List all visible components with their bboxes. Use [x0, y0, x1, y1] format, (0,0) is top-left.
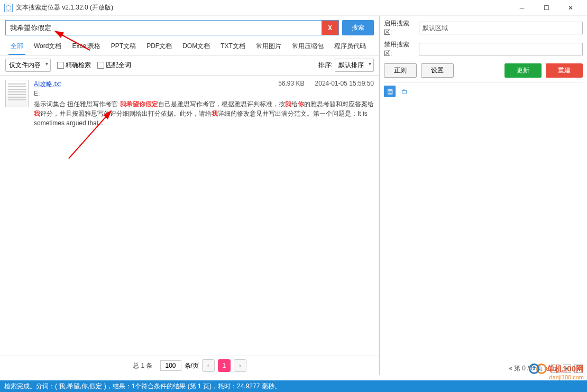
window-controls: ─ ☐ ✕: [510, 0, 583, 16]
preview-mode-text-icon[interactable]: ▤: [384, 86, 396, 97]
clear-search-button[interactable]: X: [322, 21, 338, 35]
search-input[interactable]: [6, 21, 322, 35]
disable-zone-input[interactable]: [419, 43, 583, 55]
pager-total: 总 1 条: [133, 361, 152, 370]
preview-page-indicator: « 第 0 / 0 页 »: [509, 364, 548, 373]
whole-word-checkbox[interactable]: 匹配全词: [97, 61, 131, 70]
result-filename-link[interactable]: AI攻略.txt: [34, 80, 61, 89]
settings-button[interactable]: 设置: [421, 63, 454, 78]
tab-txt[interactable]: TXT文档: [215, 39, 251, 55]
highlight: 我希望你假定: [120, 100, 158, 108]
result-item[interactable]: AI攻略.txt 56.93 KB 2024-01-05 15:59:50 E:…: [0, 76, 379, 132]
next-page-button[interactable]: ›: [234, 359, 246, 372]
close-button[interactable]: ✕: [558, 0, 583, 16]
minimize-button[interactable]: ─: [510, 0, 534, 16]
statusbar: 检索完成。分词：( 我,希望,你,假定 )，结果：1个符合条件的结果 (第 1 …: [0, 380, 587, 392]
rebuild-button[interactable]: 重建: [546, 63, 583, 78]
result-body: AI攻略.txt 56.93 KB 2024-01-05 15:59:50 E:…: [34, 80, 374, 128]
document-icon: [5, 80, 29, 107]
sort-control: 排序: 默认排序: [318, 59, 374, 72]
tab-dom[interactable]: DOM文档: [177, 39, 215, 55]
tab-code[interactable]: 程序员代码: [329, 39, 371, 55]
enable-zone-input[interactable]: [419, 22, 583, 34]
search-row: X 搜索: [0, 16, 379, 35]
page-size-unit: 条/页: [185, 361, 199, 370]
scope-select[interactable]: 仅文件内容: [5, 59, 51, 72]
enable-zone-label: 启用搜索区:: [384, 19, 417, 37]
maximize-button[interactable]: ☐: [534, 0, 558, 16]
result-date: 2024-01-05 15:59:50: [315, 80, 374, 89]
page-size-input[interactable]: [160, 360, 181, 371]
result-size: 56.93 KB: [278, 80, 304, 89]
filter-row: 仅文件内容 精确检索 匹配全词 排序: 默认排序: [0, 55, 379, 76]
tab-pdf[interactable]: PDF文档: [141, 39, 177, 55]
right-panel: 启用搜索区: 禁用搜索区: 正则 设置 更新 重建 ▤ 🗀 « 第 0 / 0 …: [380, 16, 587, 375]
search-button[interactable]: 搜索: [342, 20, 374, 35]
filter-tabs: 全部 Word文档 Excel表格 PPT文稿 PDF文档 DOM文档 TXT文…: [0, 35, 379, 55]
window-title: 文本搜索定位器 v2.1.32.0 (开放版): [16, 3, 113, 12]
result-snippet: 提示词集合 担任雅思写作考官 我希望你假定自己是雅思写作考官，根据雅思评判标准，…: [34, 99, 374, 128]
main-area: X 搜索 全部 Word文档 Excel表格 PPT文稿 PDF文档 DOM文档…: [0, 16, 587, 375]
left-panel: X 搜索 全部 Word文档 Excel表格 PPT文稿 PDF文档 DOM文档…: [0, 16, 380, 375]
disable-zone-label: 禁用搜索区:: [384, 40, 417, 58]
update-button[interactable]: 更新: [505, 63, 542, 78]
app-icon: [4, 4, 13, 12]
preview-mode-file-icon[interactable]: 🗀: [399, 86, 410, 97]
enable-zone-row: 启用搜索区:: [384, 19, 583, 37]
regex-button[interactable]: 正则: [384, 63, 417, 78]
whole-word-label: 匹配全词: [106, 61, 131, 70]
preview-footer: « 第 0 / 0 页 » ◻ + −: [384, 362, 583, 375]
result-head: AI攻略.txt 56.93 KB 2024-01-05 15:59:50: [34, 80, 374, 89]
page-1-button[interactable]: 1: [218, 359, 231, 372]
tab-ppt[interactable]: PPT文稿: [106, 39, 141, 55]
sort-label: 排序:: [318, 61, 333, 70]
results-list: AI攻略.txt 56.93 KB 2024-01-05 15:59:50 E:…: [0, 76, 379, 356]
preview-toolbar: ▤ 🗀: [384, 82, 583, 97]
right-buttons: 正则 设置 更新 重建: [384, 63, 583, 78]
prev-page-button[interactable]: ‹: [202, 359, 215, 372]
preview-zoom-in-icon[interactable]: +: [563, 365, 571, 373]
tab-archive[interactable]: 常用压缩包: [287, 39, 329, 55]
preview-zoom-out-icon[interactable]: −: [574, 365, 583, 373]
exact-search-checkbox[interactable]: 精确检索: [57, 61, 91, 70]
sort-select[interactable]: 默认排序: [335, 59, 374, 72]
status-text: 检索完成。分词：( 我,希望,你,假定 )，结果：1个符合条件的结果 (第 1 …: [4, 382, 281, 391]
result-drive: E:: [34, 90, 374, 97]
pager: 总 1 条 条/页 ‹ 1 ›: [0, 356, 379, 375]
tab-all[interactable]: 全部: [5, 39, 29, 55]
tab-word[interactable]: Word文档: [29, 39, 67, 55]
tab-image[interactable]: 常用图片: [251, 39, 287, 55]
search-box: X: [5, 20, 339, 35]
preview-zoom-fit-icon[interactable]: ◻: [551, 365, 560, 373]
titlebar: 文本搜索定位器 v2.1.32.0 (开放版) ─ ☐ ✕: [0, 0, 587, 16]
tab-excel[interactable]: Excel表格: [67, 39, 105, 55]
result-meta: 56.93 KB 2024-01-05 15:59:50: [278, 80, 374, 89]
exact-search-label: 精确检索: [66, 61, 91, 70]
preview-pane: [384, 97, 583, 362]
disable-zone-row: 禁用搜索区:: [384, 40, 583, 58]
